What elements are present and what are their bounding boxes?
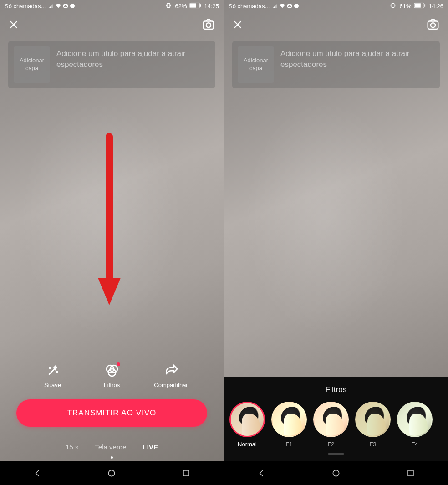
filter-thumbnail <box>313 402 349 437</box>
battery-icon <box>189 2 201 10</box>
back-button[interactable] <box>28 464 46 482</box>
close-button[interactable] <box>8 19 19 30</box>
filter-panel: Filtros Normal F1 F2 F3 F4 <box>224 377 448 461</box>
filter-label: F4 <box>411 441 418 448</box>
svg-point-16 <box>294 4 299 8</box>
filter-panel-title: Filtros <box>224 385 448 394</box>
filter-label: F2 <box>327 441 334 448</box>
title-input[interactable]: Adicione um título para ajudar a atrair … <box>56 46 210 70</box>
android-nav-bar <box>0 461 224 485</box>
go-live-button[interactable]: TRANSMITIR AO VIVO <box>16 399 207 427</box>
filter-row[interactable]: Normal F1 F2 F3 F4 <box>224 402 448 448</box>
filter-thumbnail <box>271 402 307 437</box>
svg-point-9 <box>56 371 57 373</box>
carrier-label: Só chamadas... <box>5 3 46 10</box>
svg-point-22 <box>431 23 435 27</box>
filter-normal[interactable]: Normal <box>229 402 265 448</box>
flip-camera-button[interactable] <box>202 18 215 31</box>
time-label: 14:26 <box>428 3 443 10</box>
back-button[interactable] <box>252 464 270 482</box>
filters-button[interactable]: Filtros <box>89 363 135 388</box>
header <box>0 12 224 37</box>
share-icon <box>164 363 178 378</box>
home-button[interactable] <box>102 464 121 482</box>
add-cover-button[interactable]: Adicionar capa <box>238 46 274 83</box>
filter-label: F3 <box>369 441 376 448</box>
filter-thumbnail <box>229 402 265 437</box>
time-label: 14:25 <box>204 3 219 10</box>
carrier-label: Só chamadas... <box>229 3 270 10</box>
share-button[interactable]: Compartilhar <box>148 363 194 388</box>
recents-button[interactable] <box>402 464 420 482</box>
screen-left: Só chamadas... 62% 14:25 <box>0 0 224 485</box>
svg-rect-15 <box>288 5 292 8</box>
filter-f3[interactable]: F3 <box>355 402 391 448</box>
svg-rect-14 <box>183 470 189 476</box>
status-left: Só chamadas... <box>229 3 299 10</box>
filter-thumbnail <box>355 402 391 437</box>
mode-live[interactable]: LIVE <box>143 443 158 451</box>
wand-icon <box>46 363 60 378</box>
mode-greenscreen[interactable]: Tela verde <box>95 443 126 451</box>
header <box>224 12 448 37</box>
share-label: Compartilhar <box>154 382 188 388</box>
mode-indicator-dot <box>111 456 113 459</box>
svg-rect-17 <box>392 3 395 7</box>
vibrate-icon <box>389 2 397 10</box>
svg-rect-5 <box>200 4 201 7</box>
filter-f1[interactable]: F1 <box>271 402 307 448</box>
svg-point-13 <box>109 470 115 476</box>
filter-label: F1 <box>285 441 292 448</box>
close-button[interactable] <box>232 19 243 30</box>
svg-point-1 <box>70 4 75 8</box>
toolbar: Suave Filtros Compartilhar <box>0 363 224 396</box>
beauty-label: Suave <box>44 382 61 388</box>
filter-f2[interactable]: F2 <box>313 402 349 448</box>
filter-thumbnail <box>397 402 433 437</box>
status-signal-icons <box>48 3 75 9</box>
status-signal-icons <box>272 3 299 9</box>
svg-point-7 <box>206 23 211 27</box>
panel-handle[interactable] <box>328 453 344 455</box>
android-nav-bar <box>224 461 448 485</box>
svg-point-23 <box>333 470 339 476</box>
mode-tabs: 15 s Tela verde LIVE <box>0 427 224 456</box>
battery-icon <box>414 2 426 10</box>
svg-rect-24 <box>408 470 413 476</box>
svg-point-8 <box>49 368 51 369</box>
title-card: Adicionar capa Adicione um título para a… <box>232 41 440 88</box>
filter-label: Normal <box>238 441 257 448</box>
screen-right: Só chamadas... 61% 14:26 <box>224 0 448 485</box>
status-left: Só chamadas... <box>5 3 75 10</box>
status-right: 61% 14:26 <box>389 2 443 10</box>
svg-rect-2 <box>168 3 170 7</box>
add-cover-button[interactable]: Adicionar capa <box>14 46 50 83</box>
mode-15s[interactable]: 15 s <box>66 443 78 451</box>
status-right: 62% 14:25 <box>165 2 219 10</box>
svg-rect-0 <box>64 5 68 8</box>
title-card: Adicionar capa Adicione um título para a… <box>8 41 215 88</box>
recents-button[interactable] <box>177 464 195 482</box>
status-bar: Só chamadas... 62% 14:25 <box>0 0 224 12</box>
svg-rect-20 <box>425 4 426 7</box>
notification-dot <box>117 362 120 366</box>
svg-rect-19 <box>415 3 421 7</box>
title-input[interactable]: Adicione um título para ajudar a atrair … <box>280 46 434 70</box>
filter-f4[interactable]: F4 <box>397 402 433 448</box>
battery-label: 62% <box>175 3 187 10</box>
svg-rect-4 <box>190 3 196 7</box>
home-button[interactable] <box>327 464 345 482</box>
filters-label: Filtros <box>104 382 120 388</box>
vibrate-icon <box>165 2 172 10</box>
battery-label: 61% <box>399 3 411 10</box>
beauty-button[interactable]: Suave <box>30 363 76 388</box>
flip-camera-button[interactable] <box>426 18 440 31</box>
status-bar: Só chamadas... 61% 14:26 <box>224 0 448 12</box>
